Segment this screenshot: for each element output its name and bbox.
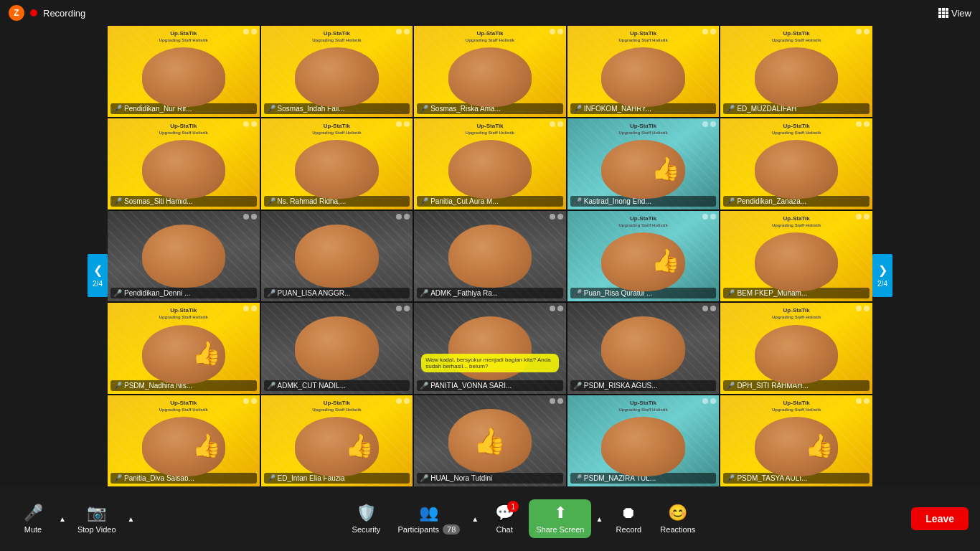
nav-next-button[interactable]: ❯ 2/4 <box>872 254 892 297</box>
participant-face <box>142 417 225 476</box>
mute-indicator: 🎤 <box>267 474 275 482</box>
upstatik-branding: Up-StaTikUpgrading Staff Holistik <box>159 400 208 413</box>
participant-cell-11[interactable]: 🎤 Pendidikan_Denni ... <box>108 211 260 302</box>
record-indicator-dot <box>30 9 37 17</box>
participant-cell-3[interactable]: Up-StaTikUpgrading Staff Holistik 🎤 Sosm… <box>414 26 566 117</box>
mute-indicator: 🎤 <box>267 105 275 113</box>
cell-controls <box>396 306 410 311</box>
participants-caret[interactable]: ▲ <box>470 514 480 524</box>
record-label: Record <box>616 525 641 534</box>
leave-button[interactable]: Leave <box>911 507 969 530</box>
corner-dot-2 <box>710 306 716 311</box>
cell-controls <box>243 29 257 34</box>
share-screen-label: Share Screen <box>536 525 584 534</box>
participant-cell-5[interactable]: Up-StaTikUpgrading Staff Holistik 🎤 ED_M… <box>720 26 872 117</box>
cell-controls <box>702 29 716 34</box>
security-button[interactable]: 🛡️ Security <box>344 499 387 538</box>
corner-dot-1 <box>243 121 249 127</box>
corner-dot-2 <box>864 121 870 127</box>
participant-cell-10[interactable]: Up-StaTikUpgrading Staff Holistik 🎤 Pend… <box>720 118 872 209</box>
toolbar-right-group: Leave <box>911 507 969 530</box>
corner-dot-2 <box>251 121 257 127</box>
participant-cell-1[interactable]: Up-StaTikUpgrading Staff Holistik 🎤 Pend… <box>108 26 260 117</box>
cell-controls <box>856 29 870 34</box>
participant-face <box>601 232 684 291</box>
participant-cell-19[interactable]: 🎤 PSDM_RISKA AGUS... <box>567 303 720 394</box>
corner-dot-1 <box>243 29 249 34</box>
upstatik-branding: Up-StaTikUpgrading Staff Holistik <box>618 123 667 136</box>
upstatik-branding: Up-StaTikUpgrading Staff Holistik <box>312 30 361 43</box>
participant-cell-23[interactable]: 👍 🎤 HUAL_Nora Tutdini <box>414 395 566 486</box>
participant-cell-22[interactable]: Up-StaTikUpgrading Staff Holistik 👍 🎤 ED… <box>261 395 413 486</box>
participant-cell-18[interactable]: Waw kadal, bersyukur menjadi bagian kita… <box>414 303 566 394</box>
participant-cell-15[interactable]: Up-StaTikUpgrading Staff Holistik 🎤 BEM … <box>720 211 872 302</box>
participant-cell-8[interactable]: Up-StaTikUpgrading Staff Holistik 🎤 Pani… <box>414 118 566 209</box>
corner-dot-1 <box>856 29 862 34</box>
mute-indicator: 🎤 <box>726 197 735 205</box>
cell-controls <box>243 306 257 311</box>
corner-dot-1 <box>856 121 862 127</box>
nav-prev-button[interactable]: ❮ 2/4 <box>88 254 108 297</box>
participant-cell-4[interactable]: Up-StaTikUpgrading Staff Holistik 🎤 INFO… <box>567 26 720 117</box>
video-grid: Up-StaTikUpgrading Staff Holistik 🎤 Pend… <box>108 26 872 486</box>
participant-name-label: 🎤 ADMK _Fathiya Ra... <box>417 288 563 298</box>
mute-indicator: 🎤 <box>267 197 275 205</box>
participant-cell-6[interactable]: Up-StaTikUpgrading Staff Holistik 🎤 Sosm… <box>108 118 260 209</box>
chat-badge: 1 <box>507 501 519 512</box>
cell-controls <box>702 121 716 127</box>
video-caret[interactable]: ▲ <box>126 514 136 524</box>
corner-dot-1 <box>550 214 555 220</box>
participant-cell-14[interactable]: Up-StaTikUpgrading Staff Holistik 👍 🎤 Pu… <box>567 211 720 302</box>
share-caret[interactable]: ▲ <box>594 514 604 524</box>
share-screen-button[interactable]: ⬆ Share Screen <box>529 499 591 538</box>
view-button[interactable]: View <box>938 8 971 19</box>
corner-dot-2 <box>404 29 410 34</box>
participant-face <box>295 140 378 199</box>
reactions-button[interactable]: 😊 Reactions <box>653 499 702 538</box>
corner-dot-2 <box>557 214 563 220</box>
cell-controls <box>396 398 410 404</box>
corner-dot-1 <box>396 306 402 311</box>
participant-face <box>448 225 532 288</box>
participant-cell-7[interactable]: Up-StaTikUpgrading Staff Holistik 🎤 Ns. … <box>261 118 413 209</box>
upstatik-branding: Up-StaTikUpgrading Staff Holistik <box>772 400 821 413</box>
participant-face <box>755 232 838 291</box>
participant-cell-24[interactable]: Up-StaTikUpgrading Staff Holistik 🎤 PSDM… <box>567 395 720 486</box>
cell-controls <box>550 121 563 127</box>
mute-button[interactable]: 🎤 Mute <box>11 499 55 538</box>
upstatik-branding: Up-StaTikUpgrading Staff Holistik <box>159 30 208 43</box>
camera-icon: 📷 <box>87 504 106 522</box>
participant-cell-12[interactable]: 🎤 PUAN_LISA ANGGR... <box>261 211 413 302</box>
participant-cell-2[interactable]: Up-StaTikUpgrading Staff Holistik 🎤 Sosm… <box>261 26 413 117</box>
chat-button[interactable]: 💬 1 Chat <box>483 499 526 538</box>
participants-button[interactable]: 👥 Participants 78 <box>390 499 467 538</box>
upstatik-branding: Up-StaTikUpgrading Staff Holistik <box>312 123 361 136</box>
participant-cell-9[interactable]: Up-StaTikUpgrading Staff Holistik 👍 🎤 Ka… <box>567 118 720 209</box>
participant-cell-13[interactable]: 🎤 ADMK _Fathiya Ra... <box>414 211 566 302</box>
zoom-logo: Z <box>9 5 24 21</box>
top-bar-left: Z Recording <box>9 5 85 21</box>
mute-indicator: 🎤 <box>113 289 122 297</box>
participant-name-label: 🎤 HUAL_Nora Tutdini <box>417 473 563 484</box>
corner-dot-1 <box>550 121 555 127</box>
cell-controls <box>856 214 870 220</box>
participant-cell-21[interactable]: Up-StaTikUpgrading Staff Holistik 👍 🎤 Pa… <box>108 395 260 486</box>
corner-dot-2 <box>251 29 257 34</box>
participant-cell-17[interactable]: 🎤 ADMK_CUT NADIL... <box>261 303 413 394</box>
mute-label: Mute <box>24 525 42 534</box>
participant-cell-16[interactable]: Up-StaTikUpgrading Staff Holistik 👍 🎤 PS… <box>108 303 260 394</box>
top-bar: Z Recording View <box>0 0 980 26</box>
participant-cell-20[interactable]: Up-StaTikUpgrading Staff Holistik 🎤 DPH_… <box>720 303 872 394</box>
participant-face <box>448 47 532 106</box>
corner-dot-2 <box>404 214 410 220</box>
corner-dot-1 <box>550 398 555 404</box>
left-page-indicator: 2/4 <box>93 280 103 288</box>
cell-controls <box>550 306 563 311</box>
stop-video-button[interactable]: 📷 Stop Video <box>70 499 123 538</box>
record-button[interactable]: ⏺ Record <box>607 499 650 538</box>
participant-cell-25[interactable]: Up-StaTikUpgrading Staff Holistik 👍 🎤 PS… <box>720 395 872 486</box>
corner-dot-1 <box>396 214 402 220</box>
toolbar-center-group: 🛡️ Security 👥 Participants 78 ▲ 💬 1 Chat… <box>344 499 702 538</box>
mute-caret[interactable]: ▲ <box>57 514 67 524</box>
participant-name-label: 🎤 ADMK_CUT NADIL... <box>264 380 410 391</box>
